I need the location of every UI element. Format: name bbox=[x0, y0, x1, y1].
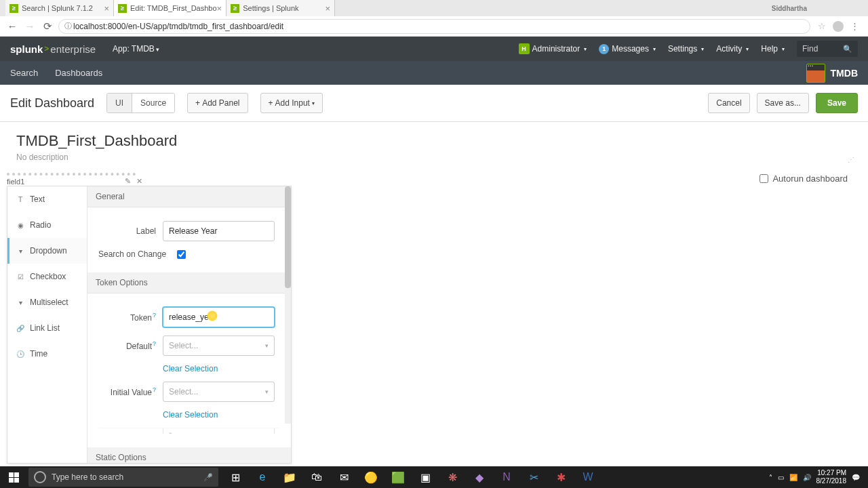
type-text[interactable]: TText bbox=[7, 186, 87, 212]
type-linklist[interactable]: 🔗Link List bbox=[7, 315, 87, 341]
add-panel-button[interactable]: +Add Panel bbox=[187, 93, 248, 113]
app-icon[interactable]: ◆ bbox=[467, 466, 492, 488]
app-brand-label: TMDB bbox=[831, 68, 858, 79]
menu-icon[interactable]: ⋮ bbox=[850, 21, 859, 32]
input-editor-panel: TText ◉Radio ▾Dropdown ☑Checkbox ▾Multis… bbox=[7, 186, 292, 464]
task-view-icon[interactable]: ⊞ bbox=[222, 466, 248, 488]
close-icon[interactable]: ✕ bbox=[136, 177, 142, 186]
app-icon[interactable]: ❋ bbox=[439, 466, 465, 488]
type-label: Checkbox bbox=[30, 272, 66, 281]
chrome-profile-name[interactable]: Siddhartha bbox=[772, 5, 868, 12]
administrator-menu[interactable]: H Administrator bbox=[519, 43, 587, 54]
close-icon[interactable]: × bbox=[326, 3, 331, 14]
splunk-favicon bbox=[9, 4, 18, 13]
tray-chevron-icon[interactable]: ˄ bbox=[769, 474, 772, 481]
settings-menu[interactable]: Settings bbox=[668, 44, 704, 54]
multiselect-icon: ▾ bbox=[16, 298, 24, 306]
edit-icon[interactable]: ✎ bbox=[125, 177, 131, 186]
info-icon[interactable]: ⓘ bbox=[64, 21, 72, 31]
config-panel: General Label Search on Change Token Opt… bbox=[87, 186, 291, 463]
help-icon[interactable]: ? bbox=[153, 340, 156, 347]
reload-button[interactable]: ⟳ bbox=[41, 20, 54, 33]
edge-icon[interactable]: e bbox=[250, 466, 275, 488]
volume-icon[interactable]: 🔊 bbox=[803, 474, 811, 481]
clear-selection-link[interactable]: Clear Selection bbox=[163, 364, 218, 373]
mail-icon[interactable]: ✉ bbox=[331, 466, 357, 488]
administrator-label: Administrator bbox=[532, 44, 580, 54]
nav-search[interactable]: Search bbox=[10, 68, 38, 78]
page-title: Edit Dashboard bbox=[10, 96, 94, 110]
account-icon[interactable] bbox=[833, 21, 844, 32]
ui-mode-button[interactable]: UI bbox=[107, 94, 132, 113]
clock-time: 10:27 PM bbox=[816, 469, 847, 477]
onenote-icon[interactable]: N bbox=[494, 466, 519, 488]
help-menu[interactable]: Help bbox=[761, 44, 785, 54]
windows-taskbar: Type here to search 🎤 ⊞ e 📁 🛍 ✉ 🟡 🟩 ▣ ❋ … bbox=[0, 466, 868, 488]
static-options-section-header[interactable]: Static Options bbox=[87, 447, 291, 463]
search-on-change-checkbox[interactable] bbox=[177, 250, 186, 259]
browser-tab-strip: Search | Splunk 7.1.2 × Edit: TMDB_First… bbox=[0, 0, 868, 16]
resize-handle-icon[interactable]: ⋰ bbox=[848, 156, 854, 163]
save-as-button[interactable]: Save as... bbox=[757, 93, 809, 113]
truncated-select[interactable] bbox=[163, 428, 275, 434]
type-multiselect[interactable]: ▾Multiselect bbox=[7, 289, 87, 315]
autorun-checkbox[interactable] bbox=[760, 174, 768, 183]
save-button[interactable]: Save bbox=[816, 93, 858, 113]
excel-icon[interactable]: 🟩 bbox=[385, 466, 411, 488]
cancel-button[interactable]: Cancel bbox=[708, 93, 749, 113]
drag-handle[interactable] bbox=[7, 173, 136, 176]
browser-tab[interactable]: Edit: TMDB_First_Dashbo × bbox=[114, 0, 226, 16]
activity-menu[interactable]: Activity bbox=[716, 44, 749, 54]
word-icon[interactable]: W bbox=[575, 466, 601, 488]
star-icon[interactable]: ☆ bbox=[818, 21, 826, 32]
add-input-button[interactable]: +Add Input ▾ bbox=[260, 93, 323, 113]
help-icon[interactable]: ? bbox=[153, 386, 156, 393]
find-input[interactable]: Find 🔍 bbox=[797, 41, 858, 57]
default-select[interactable]: Select... bbox=[163, 336, 275, 356]
app-brand[interactable]: TMDB bbox=[806, 64, 858, 83]
select-placeholder: Select... bbox=[169, 341, 198, 350]
app-selector[interactable]: App: TMDB bbox=[113, 44, 159, 54]
type-radio[interactable]: ◉Radio bbox=[7, 212, 87, 238]
type-label: Dropdown bbox=[30, 246, 67, 256]
label-input[interactable] bbox=[163, 221, 275, 241]
mic-icon[interactable]: 🎤 bbox=[203, 473, 213, 482]
file-explorer-icon[interactable]: 📁 bbox=[277, 466, 302, 488]
help-icon[interactable]: ? bbox=[153, 312, 156, 319]
splunk-logo[interactable]: splunk>enterprise bbox=[10, 43, 96, 55]
battery-icon[interactable]: ▭ bbox=[778, 474, 784, 481]
token-input[interactable] bbox=[163, 307, 275, 327]
chrome-icon[interactable]: 🟡 bbox=[358, 466, 384, 488]
scrollbar-thumb[interactable] bbox=[285, 186, 291, 288]
dashboard-description[interactable]: No description bbox=[16, 152, 852, 162]
messages-menu[interactable]: 1 Messages bbox=[599, 44, 656, 54]
nav-dashboards[interactable]: Dashboards bbox=[55, 68, 102, 78]
source-mode-button[interactable]: Source bbox=[132, 94, 174, 113]
messages-label: Messages bbox=[612, 44, 649, 54]
scrollbar-track[interactable] bbox=[285, 186, 291, 424]
app-icon[interactable]: ✱ bbox=[548, 466, 574, 488]
wifi-icon[interactable]: 📶 bbox=[789, 474, 797, 481]
type-dropdown[interactable]: ▾Dropdown bbox=[7, 238, 87, 264]
clear-selection-link[interactable]: Clear Selection bbox=[163, 410, 218, 420]
dashboard-title[interactable]: TMDB_First_Dashboard bbox=[16, 132, 852, 150]
snip-icon[interactable]: ✂ bbox=[521, 466, 547, 488]
app-icon[interactable]: ▣ bbox=[412, 466, 438, 488]
tmdb-icon bbox=[806, 64, 825, 83]
notifications-icon[interactable]: 💬 bbox=[852, 474, 860, 481]
store-icon[interactable]: 🛍 bbox=[304, 466, 330, 488]
url-input[interactable]: ⓘ localhost:8000/en-US/app/tmdb/tmdb_fir… bbox=[58, 19, 810, 34]
browser-tab[interactable]: Search | Splunk 7.1.2 × bbox=[5, 0, 114, 16]
default-field-label: Default? bbox=[98, 340, 163, 351]
start-button[interactable] bbox=[0, 466, 27, 488]
close-icon[interactable]: × bbox=[104, 3, 109, 14]
back-button[interactable]: ← bbox=[5, 20, 19, 33]
taskbar-search[interactable]: Type here to search 🎤 bbox=[28, 468, 218, 487]
type-checkbox[interactable]: ☑Checkbox bbox=[7, 264, 87, 289]
type-time[interactable]: 🕒Time bbox=[7, 341, 87, 367]
browser-tab[interactable]: Settings | Splunk × bbox=[226, 0, 335, 16]
cortana-icon bbox=[34, 471, 46, 483]
close-icon[interactable]: × bbox=[217, 3, 222, 14]
clock[interactable]: 10:27 PM 8/27/2018 bbox=[816, 469, 847, 485]
initial-value-select[interactable]: Select... bbox=[163, 382, 275, 402]
